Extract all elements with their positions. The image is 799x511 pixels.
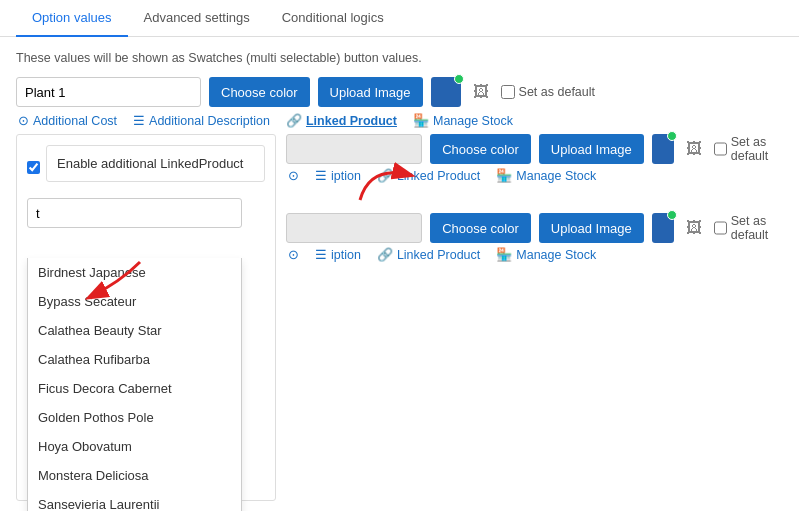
choose-color-btn-2[interactable]: Choose color	[430, 134, 531, 164]
upload-image-btn-2[interactable]: Upload Image	[539, 134, 644, 164]
link-icon: 🔗	[286, 113, 302, 128]
meta-tab2-stock[interactable]: 🏪 Manage Stock	[496, 168, 596, 183]
list-item-5[interactable]: Golden Pothos Pole	[28, 403, 241, 432]
set-default-wrap-3: Set as default	[714, 214, 783, 242]
meta-tab2-cost[interactable]: ⊙	[288, 168, 299, 183]
linked-product-panel: Enable additional LinkedProduct ▼ Birdne…	[16, 134, 276, 501]
tab-advanced-settings[interactable]: Advanced settings	[128, 0, 266, 37]
set-default-wrap-2: Set as default	[714, 135, 783, 163]
stock-icon-3: 🏪	[496, 247, 512, 262]
meta-tabs-row3: ⊙ ☰ iption 🔗 Linked Product 🏪 Manage Sto…	[288, 247, 783, 262]
link-icon-3: 🔗	[377, 247, 393, 262]
list-item-2[interactable]: Calathea Beauty Star	[28, 316, 241, 345]
dropdown-list: Birdnest Japanese Bypass Secateur Calath…	[27, 258, 242, 511]
list-item-8[interactable]: Sansevieria Laurentii	[28, 490, 241, 511]
meta-tab3-stock[interactable]: 🏪 Manage Stock	[496, 247, 596, 262]
set-default-label-3: Set as default	[731, 214, 783, 242]
meta-tab3-linked-label: Linked Product	[397, 248, 480, 262]
meta-tab-linked-label: Linked Product	[306, 114, 397, 128]
meta-tab-additional-cost[interactable]: ⊙ Additional Cost	[18, 113, 117, 128]
swatch-dot-2	[667, 131, 677, 141]
set-default-label-1: Set as default	[519, 85, 595, 99]
meta-tab2-desc[interactable]: ☰ iption	[315, 168, 361, 183]
enable-linked-label: Enable additional LinkedProduct	[46, 145, 265, 182]
swatch-dot-1	[454, 74, 464, 84]
cost-icon: ⊙	[18, 113, 29, 128]
meta-tab-linked-product[interactable]: 🔗 Linked Product	[286, 113, 397, 128]
cost-icon-2: ⊙	[288, 168, 299, 183]
set-default-checkbox-3[interactable]	[714, 221, 727, 235]
meta-tab2-desc-label: iption	[331, 169, 361, 183]
stock-icon: 🏪	[413, 113, 429, 128]
option-row-2: Choose color Upload Image 🖼 Set as defau…	[286, 134, 783, 164]
tab-option-values[interactable]: Option values	[16, 0, 128, 37]
option-input-1[interactable]	[16, 77, 201, 107]
tab-bar: Option values Advanced settings Conditio…	[0, 0, 799, 37]
image-icon-btn-3[interactable]: 🖼	[682, 217, 706, 239]
tab-conditional-logics[interactable]: Conditional logics	[266, 0, 400, 37]
set-default-checkbox-2[interactable]	[714, 142, 727, 156]
meta-tab3-linked[interactable]: 🔗 Linked Product	[377, 247, 480, 262]
set-default-checkbox-1[interactable]	[501, 85, 515, 99]
meta-tabs-row1: ⊙ Additional Cost ☰ Additional Descripti…	[18, 113, 783, 128]
list-item-4[interactable]: Ficus Decora Cabernet	[28, 374, 241, 403]
list-item-0[interactable]: Birdnest Japanese	[28, 258, 241, 287]
set-default-wrap-1: Set as default	[501, 85, 595, 99]
option-input-2-placeholder	[286, 134, 422, 164]
list-item-6[interactable]: Hoya Obovatum	[28, 432, 241, 461]
meta-tab-manage-stock[interactable]: 🏪 Manage Stock	[413, 113, 513, 128]
enable-linked-row: Enable additional LinkedProduct	[27, 145, 265, 190]
color-swatch-1[interactable]	[431, 77, 461, 107]
image-icon-btn-2[interactable]: 🖼	[682, 138, 706, 160]
meta-tab-stock-label: Manage Stock	[433, 114, 513, 128]
desc-icon: ☰	[133, 113, 145, 128]
main-content: These values will be shown as Swatches (…	[0, 37, 799, 511]
stock-icon-2: 🏪	[496, 168, 512, 183]
color-swatch-2[interactable]	[652, 134, 674, 164]
option-row-3: Choose color Upload Image 🖼 Set as defau…	[286, 213, 783, 243]
subtitle-text: These values will be shown as Swatches (…	[16, 51, 783, 65]
meta-tab2-linked[interactable]: 🔗 Linked Product	[377, 168, 480, 183]
option-row-1: Choose color Upload Image 🖼 Set as defau…	[16, 77, 783, 107]
color-swatch-3[interactable]	[652, 213, 674, 243]
meta-tabs-row2: ⊙ ☰ iption 🔗 Linked Product 🏪 Manage Sto…	[288, 168, 783, 183]
meta-tab2-linked-label: Linked Product	[397, 169, 480, 183]
choose-color-btn-1[interactable]: Choose color	[209, 77, 310, 107]
linked-product-input[interactable]	[27, 198, 242, 228]
list-item-1[interactable]: Bypass Secateur	[28, 287, 241, 316]
image-icon-btn-1[interactable]: 🖼	[469, 81, 493, 103]
meta-tab-desc-label: Additional Description	[149, 114, 270, 128]
option-input-3-placeholder	[286, 213, 422, 243]
meta-tab-additional-desc[interactable]: ☰ Additional Description	[133, 113, 270, 128]
list-item-7[interactable]: Monstera Deliciosa	[28, 461, 241, 490]
cost-icon-3: ⊙	[288, 247, 299, 262]
set-default-label-2: Set as default	[731, 135, 783, 163]
meta-tab2-stock-label: Manage Stock	[516, 169, 596, 183]
meta-tab3-stock-label: Manage Stock	[516, 248, 596, 262]
swatch-dot-3	[667, 210, 677, 220]
meta-tab3-desc-label: iption	[331, 248, 361, 262]
upload-image-btn-1[interactable]: Upload Image	[318, 77, 423, 107]
meta-tab3-cost[interactable]: ⊙	[288, 247, 299, 262]
choose-color-btn-3[interactable]: Choose color	[430, 213, 531, 243]
dropdown-wrapper: ▼ Birdnest Japanese Bypass Secateur Cala…	[27, 198, 242, 490]
upload-image-btn-3[interactable]: Upload Image	[539, 213, 644, 243]
meta-tab-cost-label: Additional Cost	[33, 114, 117, 128]
link-icon-2: 🔗	[377, 168, 393, 183]
list-item-3[interactable]: Calathea Rufibarba	[28, 345, 241, 374]
row2-area: Choose color Upload Image 🖼 Set as defau…	[286, 134, 783, 268]
desc-icon-3: ☰	[315, 247, 327, 262]
desc-icon-2: ☰	[315, 168, 327, 183]
enable-linked-checkbox[interactable]	[27, 160, 40, 175]
meta-tab3-desc[interactable]: ☰ iption	[315, 247, 361, 262]
